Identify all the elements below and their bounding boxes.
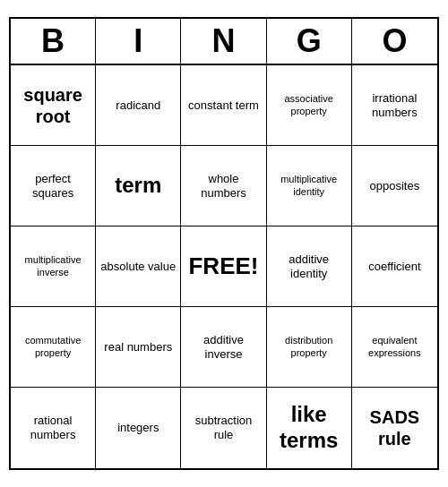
bingo-cell-22: subtraction rule [181, 388, 266, 468]
bingo-letter-B: B [11, 19, 96, 64]
bingo-cell-17: additive inverse [181, 307, 266, 388]
bingo-letter-I: I [96, 19, 181, 64]
bingo-cell-16: real numbers [96, 307, 181, 388]
bingo-cell-0: square root [11, 65, 96, 146]
bingo-cell-3: associative property [267, 65, 352, 146]
bingo-cell-9: opposites [352, 146, 437, 226]
bingo-grid: square rootradicandconstant termassociat… [11, 65, 437, 468]
bingo-cell-11: absolute value [96, 226, 181, 307]
bingo-cell-7: whole numbers [181, 146, 266, 226]
bingo-cell-23: like terms [267, 388, 352, 468]
bingo-cell-20: rational numbers [11, 388, 96, 468]
bingo-card: BINGO square rootradicandconstant termas… [9, 17, 439, 470]
bingo-cell-12: FREE! [181, 226, 266, 307]
bingo-header: BINGO [11, 19, 437, 65]
bingo-cell-1: radicand [96, 65, 181, 146]
bingo-cell-6: term [96, 146, 181, 226]
bingo-cell-15: commutative property [11, 307, 96, 388]
bingo-cell-18: distribution property [267, 307, 352, 388]
bingo-letter-O: O [352, 19, 437, 64]
bingo-cell-21: integers [96, 388, 181, 468]
bingo-cell-10: multiplicative inverse [11, 226, 96, 307]
bingo-cell-5: perfect squares [11, 146, 96, 226]
bingo-cell-4: irrational numbers [352, 65, 437, 146]
bingo-cell-13: additive identity [267, 226, 352, 307]
bingo-cell-2: constant term [181, 65, 266, 146]
bingo-cell-8: multiplicative identity [267, 146, 352, 226]
bingo-cell-24: SADS rule [352, 388, 437, 468]
bingo-letter-G: G [267, 19, 352, 64]
bingo-cell-14: coefficient [352, 226, 437, 307]
bingo-letter-N: N [181, 19, 266, 64]
bingo-cell-19: equivalent expressions [352, 307, 437, 388]
